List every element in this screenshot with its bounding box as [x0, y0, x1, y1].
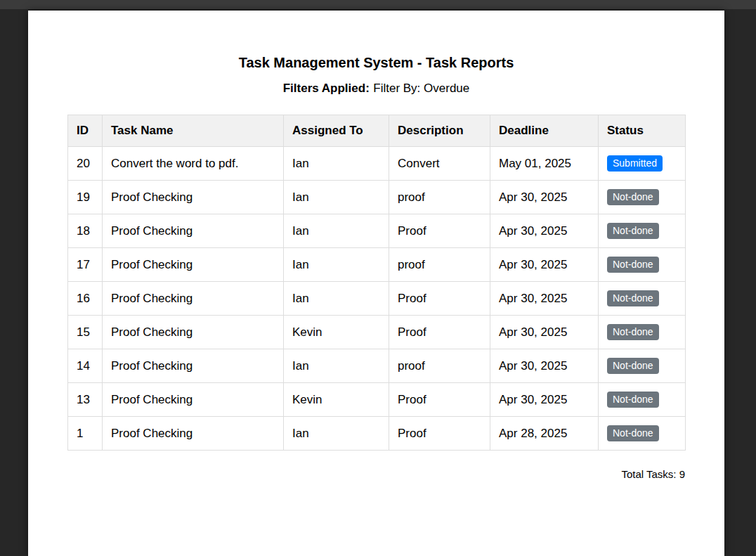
cell-assigned-to: Kevin — [284, 316, 389, 349]
column-header: ID — [68, 115, 103, 147]
cell-assigned-to: Ian — [284, 282, 389, 316]
column-header: Description — [389, 115, 490, 147]
cell-status: Not-done — [599, 417, 686, 451]
cell-assigned-to: Ian — [284, 214, 389, 248]
status-badge: Not-done — [607, 189, 659, 205]
cell-description: Proof — [389, 383, 490, 417]
cell-assigned-to: Ian — [284, 349, 389, 383]
cell-status: Not-done — [599, 181, 686, 214]
column-header: Deadline — [490, 115, 599, 147]
cell-deadline: Apr 30, 2025 — [490, 349, 599, 383]
task-report-table: IDTask NameAssigned ToDescriptionDeadlin… — [67, 115, 686, 451]
table-row: 16Proof CheckingIanProofApr 30, 2025Not-… — [68, 282, 686, 316]
table-row: 19Proof CheckingIanproofApr 30, 2025Not-… — [68, 181, 686, 214]
table-row: 18Proof CheckingIanProofApr 30, 2025Not-… — [68, 214, 686, 248]
cell-task-name: Proof Checking — [103, 383, 284, 417]
cell-description: Proof — [389, 417, 490, 451]
cell-description: Proof — [389, 316, 490, 349]
filters-value: Filter By: Overdue — [373, 82, 469, 95]
cell-task-name: Proof Checking — [103, 181, 284, 214]
cell-id: 15 — [68, 316, 103, 349]
cell-id: 18 — [68, 214, 103, 248]
cell-assigned-to: Ian — [284, 417, 389, 451]
table-row: 17Proof CheckingIanproofApr 30, 2025Not-… — [68, 248, 686, 282]
status-badge: Submitted — [607, 155, 663, 172]
report-page: Task Management System - Task Reports Fi… — [28, 11, 724, 556]
table-row: 1Proof CheckingIanProofApr 28, 2025Not-d… — [68, 417, 686, 451]
cell-id: 17 — [68, 248, 103, 282]
status-badge: Not-done — [607, 223, 659, 239]
cell-id: 1 — [68, 417, 103, 451]
status-badge: Not-done — [607, 257, 659, 273]
cell-status: Submitted — [599, 147, 686, 181]
page-title: Task Management System - Task Reports — [28, 54, 724, 71]
status-badge: Not-done — [607, 392, 659, 408]
cell-assigned-to: Ian — [284, 147, 389, 181]
table-body: 20Convert the word to pdf.IanConvertMay … — [68, 147, 686, 451]
filters-label: Filters Applied: — [283, 82, 370, 95]
cell-deadline: Apr 30, 2025 — [490, 282, 599, 316]
table-header-row: IDTask NameAssigned ToDescriptionDeadlin… — [68, 115, 686, 147]
cell-deadline: May 01, 2025 — [490, 147, 599, 181]
cell-description: Proof — [389, 282, 490, 316]
cell-task-name: Proof Checking — [103, 282, 284, 316]
cell-task-name: Proof Checking — [103, 214, 284, 248]
cell-task-name: Convert the word to pdf. — [103, 147, 284, 181]
cell-deadline: Apr 30, 2025 — [490, 383, 599, 417]
cell-task-name: Proof Checking — [103, 349, 284, 383]
table-row: 20Convert the word to pdf.IanConvertMay … — [68, 147, 686, 181]
cell-description: proof — [389, 181, 490, 214]
cell-id: 16 — [68, 282, 103, 316]
cell-assigned-to: Ian — [284, 248, 389, 282]
cell-deadline: Apr 28, 2025 — [490, 417, 599, 451]
cell-deadline: Apr 30, 2025 — [490, 316, 599, 349]
cell-status: Not-done — [599, 214, 686, 248]
total-tasks-text: Total Tasks: 9 — [28, 468, 685, 481]
table-row: 13Proof CheckingKevinProofApr 30, 2025No… — [68, 383, 686, 417]
cell-id: 14 — [68, 349, 103, 383]
window-top-bar — [0, 0, 756, 9]
cell-description: proof — [389, 248, 490, 282]
cell-status: Not-done — [599, 349, 686, 383]
status-badge: Not-done — [607, 290, 659, 306]
column-header: Status — [599, 115, 686, 147]
cell-deadline: Apr 30, 2025 — [490, 248, 599, 282]
cell-id: 13 — [68, 383, 103, 417]
column-header: Assigned To — [284, 115, 389, 147]
table-row: 14Proof CheckingIanproofApr 30, 2025Not-… — [68, 349, 686, 383]
cell-status: Not-done — [599, 282, 686, 316]
cell-id: 19 — [68, 181, 103, 214]
cell-deadline: Apr 30, 2025 — [490, 214, 599, 248]
filters-applied-line: Filters Applied:Filter By: Overdue — [28, 81, 724, 96]
cell-id: 20 — [68, 147, 103, 181]
cell-description: proof — [389, 349, 490, 383]
cell-assigned-to: Kevin — [284, 383, 389, 417]
cell-status: Not-done — [599, 248, 686, 282]
cell-description: Proof — [389, 214, 490, 248]
cell-task-name: Proof Checking — [103, 316, 284, 349]
cell-description: Convert — [389, 147, 490, 181]
cell-task-name: Proof Checking — [103, 248, 284, 282]
cell-deadline: Apr 30, 2025 — [490, 181, 599, 214]
table-row: 15Proof CheckingKevinProofApr 30, 2025No… — [68, 316, 686, 349]
status-badge: Not-done — [607, 425, 659, 441]
cell-task-name: Proof Checking — [103, 417, 284, 451]
cell-assigned-to: Ian — [284, 181, 389, 214]
status-badge: Not-done — [607, 358, 659, 374]
column-header: Task Name — [103, 115, 284, 147]
cell-status: Not-done — [599, 316, 686, 349]
cell-status: Not-done — [599, 383, 686, 417]
status-badge: Not-done — [607, 324, 659, 340]
